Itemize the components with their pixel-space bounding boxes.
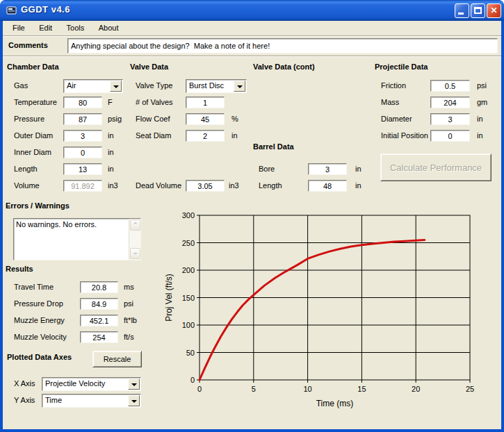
chevron-down-icon[interactable] [128,379,140,390]
chevron-down-icon[interactable] [110,81,122,92]
diameter-input[interactable] [430,113,470,125]
gas-value: Air [67,81,76,90]
volume-label: Volume [14,181,40,190]
scroll-down-button[interactable]: ⌄ [130,248,140,259]
dead-volume-input[interactable] [186,180,225,192]
app-icon [6,5,17,16]
travel-time-output [80,281,118,293]
outer-diam-unit: in [108,131,114,140]
friction-unit: psi [477,81,487,90]
muzzle-velocity-label: Muzzle Velocity [14,333,67,341]
temperature-unit: F [108,98,113,106]
flow-coef-input[interactable] [186,113,225,125]
bore-unit: in [355,165,361,173]
mass-unit: gm [477,98,487,106]
projectile-section-title: Projectile Data [375,63,428,71]
title-bar[interactable]: GGDT v4.6 ✕ [0,0,504,21]
svg-text:15: 15 [357,385,366,393]
errors-textarea[interactable]: No warnings. No errors. ⌃ ⌄ [13,218,141,260]
maximize-button[interactable] [471,3,485,18]
muzzle-energy-output [80,315,118,326]
x-axis-label: X Axis [14,379,35,388]
initial-position-label: Initial Position [381,131,428,140]
outer-diam-input[interactable] [63,130,102,142]
barrel-length-unit: in [355,181,361,190]
calculate-performance-button[interactable]: Calculate Performance [380,153,491,181]
seat-diam-unit: in [231,131,238,140]
diameter-unit: in [477,115,483,123]
inner-diam-input[interactable] [63,147,102,158]
velocity-time-chart: 0510152025050100150200250300Time (ms)Pro… [163,207,501,415]
minimize-button[interactable] [455,3,469,18]
mass-label: Mass [381,98,399,106]
menu-about[interactable]: About [93,22,124,36]
gas-label: Gas [14,81,28,90]
y-axis-value: Time [45,396,62,404]
scroll-up-button[interactable]: ⌃ [130,219,140,231]
errors-text: No warnings. No errors. [16,220,127,229]
inner-diam-unit: in [108,148,114,156]
friction-input[interactable] [430,80,470,92]
svg-text:50: 50 [186,349,195,357]
barrel-length-input[interactable] [308,180,347,192]
muzzle-velocity-unit: ft/s [124,333,134,341]
mass-input[interactable] [430,97,470,108]
chamber-section-title: Chamber Data [7,63,59,71]
svg-text:5: 5 [252,385,256,393]
separator [3,56,501,57]
pressure-drop-label: Pressure Drop [14,299,63,308]
pressure-drop-output [80,298,118,310]
bore-input[interactable] [308,163,347,175]
app-window: GGDT v4.6 ✕ File Edit Tools About Commen… [0,0,504,432]
flow-coef-label: Flow Coef [136,115,170,123]
svg-text:25: 25 [466,385,474,393]
menu-edit[interactable]: Edit [33,22,58,36]
temperature-input[interactable] [63,97,102,108]
menu-tools[interactable]: Tools [61,22,90,36]
minimize-icon [458,13,464,15]
seat-diam-input[interactable] [186,130,225,142]
svg-text:200: 200 [182,266,195,274]
separator [3,35,501,37]
y-axis-select[interactable]: Time [42,394,141,408]
scrollbar[interactable]: ⌃ ⌄ [129,219,140,260]
diameter-label: Diameter [381,115,412,123]
chevron-down-icon[interactable] [234,81,245,92]
pressure-input[interactable] [63,113,102,125]
svg-text:150: 150 [182,294,195,302]
temperature-label: Temperature [14,98,57,106]
valve-section-title: Valve Data [130,63,168,71]
outer-diam-label: Outer Diam [14,131,53,140]
x-axis-select[interactable]: Projectile Velocity [42,377,141,391]
chamber-length-label: Length [14,165,38,173]
dead-volume-unit: in3 [229,181,239,190]
valve-type-select[interactable]: Burst Disc [186,79,247,93]
close-icon: ✕ [490,6,497,15]
y-axis-label: Y Axis [14,396,35,404]
flow-coef-unit: % [231,115,238,123]
num-valves-input[interactable] [186,97,225,108]
volume-unit: in3 [108,181,118,190]
chevron-down-icon: ⌄ [133,249,138,256]
initial-position-unit: in [477,131,483,140]
gas-select[interactable]: Air [63,79,123,93]
x-axis-value: Projectile Velocity [45,379,105,388]
seat-diam-label: Seat Diam [136,131,171,140]
rescale-button[interactable]: Rescale [92,351,142,367]
muzzle-energy-label: Muzzle Energy [14,316,65,324]
barrel-length-label: Length [259,181,282,190]
chamber-length-input[interactable] [63,163,102,175]
svg-text:20: 20 [412,385,420,393]
initial-position-input[interactable] [430,130,470,142]
valve-type-label: Valve Type [136,81,172,90]
chevron-down-icon[interactable] [128,395,140,406]
close-button[interactable]: ✕ [487,3,501,18]
comments-input[interactable] [67,38,498,53]
valve-cont-section-title: Valve Data (cont) [253,63,315,71]
muzzle-velocity-output [80,331,118,343]
plot-axes-section-title: Plotted Data Axes [7,353,72,361]
menu-file[interactable]: File [7,22,31,36]
bore-label: Bore [259,165,275,173]
comments-label: Comments [8,41,48,49]
chevron-up-icon: ⌃ [133,222,138,229]
